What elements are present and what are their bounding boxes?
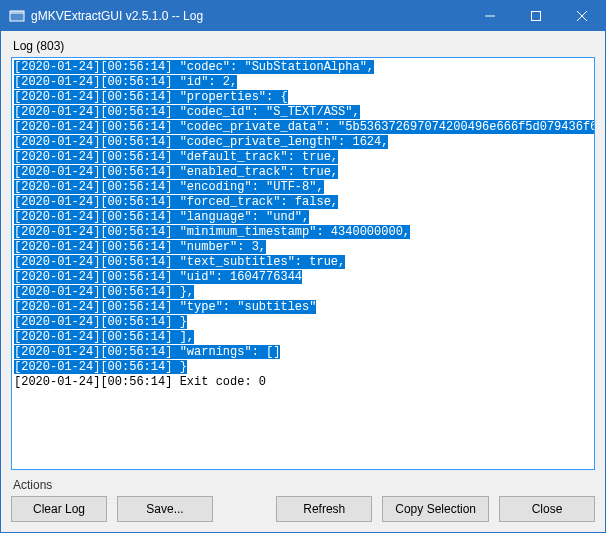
log-line[interactable]: [2020-01-24][00:56:14] "language": "und"… — [14, 210, 594, 225]
log-line[interactable]: [2020-01-24][00:56:14] "warnings": [] — [14, 345, 594, 360]
minimize-button[interactable] — [467, 1, 513, 31]
log-line[interactable]: [2020-01-24][00:56:14] "id": 2, — [14, 75, 594, 90]
log-line[interactable]: [2020-01-24][00:56:14] }, — [14, 285, 594, 300]
log-group-label: Log (803) — [13, 39, 593, 53]
log-line[interactable]: [2020-01-24][00:56:14] "forced_track": f… — [14, 195, 594, 210]
app-window: gMKVExtractGUI v2.5.1.0 -- Log Log (803)… — [0, 0, 606, 533]
log-line[interactable]: [2020-01-24][00:56:14] "enabled_track": … — [14, 165, 594, 180]
actions-group-label: Actions — [13, 478, 593, 492]
log-line[interactable]: [2020-01-24][00:56:14] "properties": { — [14, 90, 594, 105]
window-title: gMKVExtractGUI v2.5.1.0 -- Log — [31, 9, 467, 23]
log-line[interactable]: [2020-01-24][00:56:14] "type": "subtitle… — [14, 300, 594, 315]
close-window-button[interactable] — [559, 1, 605, 31]
log-line[interactable]: [2020-01-24][00:56:14] "text_subtitles":… — [14, 255, 594, 270]
actions-bar: Clear Log Save... Refresh Copy Selection… — [11, 496, 595, 522]
titlebar[interactable]: gMKVExtractGUI v2.5.1.0 -- Log — [1, 1, 605, 31]
save-button[interactable]: Save... — [117, 496, 213, 522]
log-textarea[interactable]: [2020-01-24][00:56:14] "codec": "SubStat… — [12, 58, 594, 469]
log-line[interactable]: [2020-01-24][00:56:14] "minimum_timestam… — [14, 225, 594, 240]
client-area: Log (803) [2020-01-24][00:56:14] "codec"… — [1, 31, 605, 532]
app-icon — [9, 8, 25, 24]
svg-rect-2 — [10, 11, 24, 14]
log-panel: [2020-01-24][00:56:14] "codec": "SubStat… — [11, 57, 595, 470]
log-line[interactable]: [2020-01-24][00:56:14] "default_track": … — [14, 150, 594, 165]
log-line[interactable]: [2020-01-24][00:56:14] "codec_id": "S_TE… — [14, 105, 594, 120]
svg-rect-4 — [532, 12, 541, 21]
log-line[interactable]: [2020-01-24][00:56:14] ], — [14, 330, 594, 345]
log-line[interactable]: [2020-01-24][00:56:14] } — [14, 315, 594, 330]
log-line[interactable]: [2020-01-24][00:56:14] Exit code: 0 — [14, 375, 594, 390]
maximize-button[interactable] — [513, 1, 559, 31]
log-line[interactable]: [2020-01-24][00:56:14] "uid": 1604776344 — [14, 270, 594, 285]
log-line[interactable]: [2020-01-24][00:56:14] "codec_private_da… — [14, 120, 594, 135]
refresh-button[interactable]: Refresh — [276, 496, 372, 522]
log-line[interactable]: [2020-01-24][00:56:14] } — [14, 360, 594, 375]
log-line[interactable]: [2020-01-24][00:56:14] "codec_private_le… — [14, 135, 594, 150]
log-line[interactable]: [2020-01-24][00:56:14] "encoding": "UTF-… — [14, 180, 594, 195]
close-button[interactable]: Close — [499, 496, 595, 522]
log-line[interactable]: [2020-01-24][00:56:14] "number": 3, — [14, 240, 594, 255]
clear-log-button[interactable]: Clear Log — [11, 496, 107, 522]
copy-selection-button[interactable]: Copy Selection — [382, 496, 489, 522]
log-line[interactable]: [2020-01-24][00:56:14] "codec": "SubStat… — [14, 60, 594, 75]
